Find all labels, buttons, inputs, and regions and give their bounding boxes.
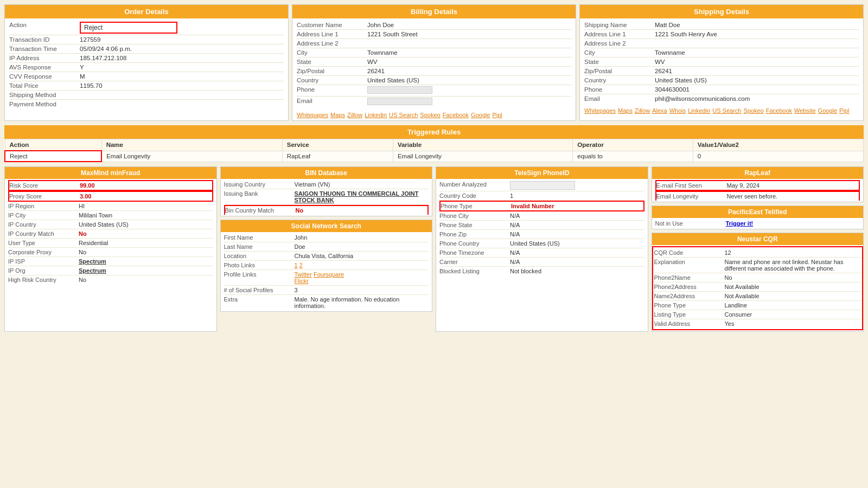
shipping-address1-value: 1221 South Henry Ave [655,31,859,37]
pacificeast-header: PacificEast Telified [652,206,864,218]
shipping-link-pipl[interactable]: Pipl [839,107,849,114]
billing-details-header: Billing Details [292,5,576,18]
col4: RapLeaf E-mail First Seen May 9, 2024 Em… [652,166,864,332]
bin-issuing-bank-value[interactable]: SAIGON THUONG TIN COMMERCIAL JOINT STOCK… [295,190,429,203]
shipping-name-label: Shipping Name [584,22,655,28]
shipping-link-ussearch[interactable]: US Search [712,107,741,114]
photo-link-2[interactable]: 2 [299,262,303,268]
telesign-phone-city-row: Phone City N/A [439,211,644,221]
telesign-phone-zip-value: N/A [510,231,644,237]
billing-link-spokeo[interactable]: Spokeo [420,112,440,118]
pacificeast-panel: PacificEast Telified Not in Use Trigger … [652,206,864,229]
telesign-phone-city-value: N/A [510,213,644,219]
shipping-method-row: Shipping Method [9,91,284,100]
maxmind-ip-isp-value[interactable]: Spectrum [79,258,213,265]
maxmind-ip-org-label: IP Org [8,267,79,274]
maxmind-proxy-score-label: Proxy Score [9,193,80,200]
maxmind-corporate-proxy-label: Corporate Proxy [8,249,79,255]
profile-link-twitter[interactable]: Twitter [295,271,312,278]
transaction-id-label: Transaction ID [9,36,80,43]
telesign-phone-state-row: Phone State N/A [439,221,644,230]
billing-zip-value: 26241 [367,68,571,74]
shipping-address2-value [655,40,859,47]
maxmind-ip-city-label: IP City [8,212,79,219]
maxmind-corporate-proxy-value: No [79,249,213,255]
rapleaf-body: E-mail First Seen May 9, 2024 Email Long… [652,179,864,202]
billing-link-ussearch[interactable]: US Search [389,112,418,118]
photo-link-1[interactable]: 1 [295,262,298,268]
neustar-name2address-row: Name2Address Not Available [654,292,861,301]
shipping-link-whois[interactable]: Whois [669,107,686,114]
neustar-panel: Neustar CQR CQR Code 12 Explanation Name… [652,233,864,332]
shipping-link-maps[interactable]: Maps [618,107,633,114]
neustar-phone2address-label: Phone2Address [654,284,725,290]
billing-email-row: Email [297,97,571,107]
social-profile-links-label: Profile Links [224,271,295,284]
billing-customer-name-row: Customer Name John Doe [297,21,571,30]
rules-table-row: Reject Email Longevity RapLeaf Email Lon… [5,151,864,162]
billing-link-whitepages[interactable]: Whitepages [297,112,328,118]
social-num-profiles-label: # of Social Profiles [224,287,295,293]
billing-link-facebook[interactable]: Facebook [443,112,469,118]
billing-customer-name-label: Customer Name [297,22,367,28]
neustar-cqr-code-label: CQR Code [654,249,725,256]
shipping-link-google[interactable]: Google [818,107,837,114]
triggered-rules-section: Triggered Rules Action Name Service Vari… [4,125,864,162]
rule-service-cell: RapLeaf [282,151,393,162]
telesign-phone-country-label: Phone Country [439,240,510,247]
shipping-link-zillow[interactable]: Zillow [635,107,650,114]
social-location-value: Chula Vista, California [295,253,429,259]
shipping-name-row: Shipping Name Matt Doe [584,21,859,30]
neustar-listing-type-label: Listing Type [654,311,725,318]
shipping-address2-row: Address Line 2 [584,39,859,48]
rule-action-cell: Reject [5,151,101,162]
billing-link-zillow[interactable]: Zillow [347,112,362,118]
col2: BIN Database Issuing Country Vietnam (VN… [220,166,433,332]
avs-response-row: AVS Response Y [9,63,284,72]
billing-country-value: United States (US) [367,77,571,84]
maxmind-high-risk-country-row: High Risk Country No [8,275,213,284]
shipping-details-header: Shipping Details [580,5,863,18]
telesign-body: Number Analyzed Country Code 1 Phone Typ… [436,179,648,277]
rapleaf-email-first-seen-label: E-mail First Seen [656,182,727,189]
profile-link-foursquare[interactable]: Foursquare [314,271,344,278]
maxmind-proxy-score-value: 3.00 [80,193,212,200]
shipping-state-row: State WV [584,57,859,67]
payment-method-label: Payment Method [9,101,80,107]
bin-header: BIN Database [221,167,432,179]
telesign-phone-country-value: United States (US) [510,240,644,247]
billing-link-linkedin[interactable]: Linkedin [365,112,387,118]
shipping-link-website[interactable]: Website [794,107,816,114]
shipping-link-spokeo[interactable]: Spokeo [743,107,763,114]
neustar-name2address-value: Not Available [725,293,861,299]
billing-state-row: State WV [297,57,571,67]
maxmind-ip-country-match-value: No [79,230,213,237]
shipping-address1-row: Address Line 1 1221 South Henry Ave [584,30,859,39]
shipping-link-facebook[interactable]: Facebook [766,107,792,114]
telesign-phone-zip-label: Phone Zip [439,231,510,237]
top-panels: Order Details Action Reject Transaction … [4,4,864,121]
shipping-link-linkedin[interactable]: Linkedin [688,107,710,114]
billing-link-google[interactable]: Google [471,112,490,118]
maxmind-ip-org-value[interactable]: Spectrum [79,267,213,274]
rapleaf-email-longevity-value: Never seen before. [727,193,859,200]
telesign-header: TeleSign PhoneID [436,167,648,179]
social-firstname-label: First Name [224,234,295,241]
shipping-link-whitepages[interactable]: Whitepages [584,107,616,114]
profile-link-flickr[interactable]: Flickr [295,278,309,284]
billing-link-maps[interactable]: Maps [330,112,345,118]
pacificeast-trigger-value[interactable]: Trigger it! [726,220,860,227]
billing-phone-value [367,86,571,95]
action-input-box[interactable]: Reject [80,22,177,34]
telesign-carrier-row: Carrier N/A [439,258,644,267]
billing-zip-label: Zip/Postal [297,68,367,74]
billing-customer-name-value: John Doe [367,22,571,28]
neustar-valid-address-row: Valid Address Yes [654,319,861,328]
telesign-panel: TeleSign PhoneID Number Analyzed Country… [436,166,648,332]
billing-link-pipl[interactable]: Pipl [492,112,502,118]
rapleaf-email-first-seen-row: E-mail First Seen May 9, 2024 [655,180,860,191]
social-body: First Name John Last Name Doe Location C… [221,232,432,311]
shipping-link-alexa[interactable]: Alexa [652,107,667,114]
col-service: Service [282,139,393,151]
rapleaf-email-first-seen-value: May 9, 2024 [727,182,859,189]
